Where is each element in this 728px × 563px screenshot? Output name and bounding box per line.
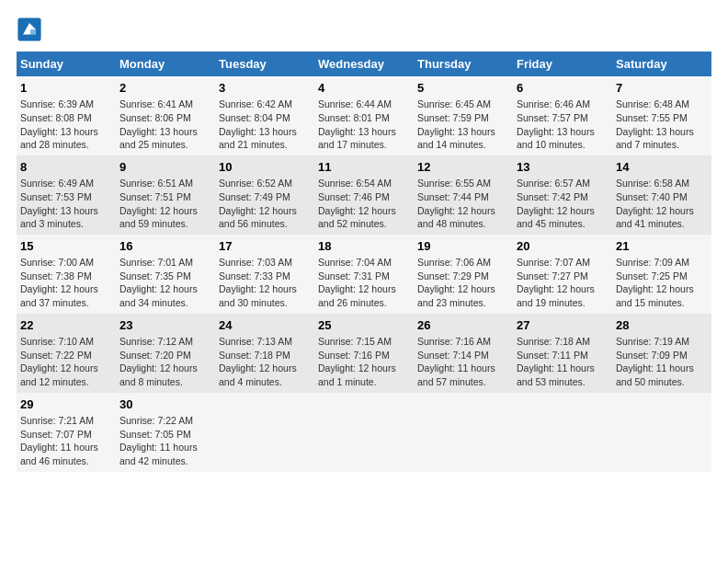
day-info: Sunrise: 6:51 AM Sunset: 7:51 PM Dayligh… <box>119 177 211 231</box>
day-cell: 10Sunrise: 6:52 AM Sunset: 7:49 PM Dayli… <box>215 155 314 235</box>
day-info: Sunrise: 6:52 AM Sunset: 7:49 PM Dayligh… <box>219 177 311 231</box>
day-info: Sunrise: 6:49 AM Sunset: 7:53 PM Dayligh… <box>20 177 112 231</box>
day-number: 9 <box>119 159 211 176</box>
day-info: Sunrise: 7:12 AM Sunset: 7:20 PM Dayligh… <box>119 335 211 389</box>
calendar-body: 1Sunrise: 6:39 AM Sunset: 8:08 PM Daylig… <box>17 76 711 472</box>
day-info: Sunrise: 6:42 AM Sunset: 8:04 PM Dayligh… <box>219 98 311 152</box>
week-row-2: 8Sunrise: 6:49 AM Sunset: 7:53 PM Daylig… <box>17 155 711 235</box>
day-number: 24 <box>219 317 311 334</box>
header-cell-saturday: Saturday <box>612 52 711 76</box>
day-info: Sunrise: 7:07 AM Sunset: 7:27 PM Dayligh… <box>517 256 609 310</box>
day-cell: 12Sunrise: 6:55 AM Sunset: 7:44 PM Dayli… <box>414 155 513 235</box>
calendar-header: SundayMondayTuesdayWednesdayThursdayFrid… <box>17 52 711 76</box>
day-cell <box>513 393 612 472</box>
day-number: 11 <box>318 159 410 176</box>
day-number: 2 <box>119 80 211 97</box>
week-row-1: 1Sunrise: 6:39 AM Sunset: 8:08 PM Daylig… <box>17 76 711 155</box>
day-number: 6 <box>517 80 609 97</box>
day-number: 15 <box>20 238 112 255</box>
day-info: Sunrise: 7:09 AM Sunset: 7:25 PM Dayligh… <box>616 256 708 310</box>
day-number: 14 <box>616 159 708 176</box>
day-info: Sunrise: 7:01 AM Sunset: 7:35 PM Dayligh… <box>119 256 211 310</box>
day-number: 28 <box>616 317 708 334</box>
day-cell: 27Sunrise: 7:18 AM Sunset: 7:11 PM Dayli… <box>513 314 612 393</box>
day-info: Sunrise: 7:03 AM Sunset: 7:33 PM Dayligh… <box>219 256 311 310</box>
day-number: 5 <box>417 80 509 97</box>
day-cell: 26Sunrise: 7:16 AM Sunset: 7:14 PM Dayli… <box>414 314 513 393</box>
day-number: 25 <box>318 317 410 334</box>
day-info: Sunrise: 7:15 AM Sunset: 7:16 PM Dayligh… <box>318 335 410 389</box>
day-info: Sunrise: 7:13 AM Sunset: 7:18 PM Dayligh… <box>219 335 311 389</box>
day-cell: 1Sunrise: 6:39 AM Sunset: 8:08 PM Daylig… <box>17 76 116 155</box>
day-info: Sunrise: 7:00 AM Sunset: 7:38 PM Dayligh… <box>20 256 112 310</box>
header-cell-thursday: Thursday <box>414 52 513 76</box>
day-number: 22 <box>20 317 112 334</box>
day-info: Sunrise: 7:18 AM Sunset: 7:11 PM Dayligh… <box>517 335 609 389</box>
day-number: 17 <box>219 238 311 255</box>
day-number: 23 <box>119 317 211 334</box>
day-info: Sunrise: 6:48 AM Sunset: 7:55 PM Dayligh… <box>616 98 708 152</box>
day-cell: 14Sunrise: 6:58 AM Sunset: 7:40 PM Dayli… <box>612 155 711 235</box>
day-cell: 25Sunrise: 7:15 AM Sunset: 7:16 PM Dayli… <box>314 314 414 393</box>
day-cell <box>414 393 513 472</box>
day-cell <box>215 393 314 472</box>
day-cell: 18Sunrise: 7:04 AM Sunset: 7:31 PM Dayli… <box>314 235 414 314</box>
header <box>17 17 711 42</box>
header-cell-monday: Monday <box>116 52 215 76</box>
day-number: 10 <box>219 159 311 176</box>
day-info: Sunrise: 7:04 AM Sunset: 7:31 PM Dayligh… <box>318 256 410 310</box>
day-cell <box>612 393 711 472</box>
header-cell-friday: Friday <box>513 52 612 76</box>
day-info: Sunrise: 7:22 AM Sunset: 7:05 PM Dayligh… <box>119 414 211 468</box>
header-cell-sunday: Sunday <box>17 52 116 76</box>
day-number: 1 <box>20 80 112 97</box>
week-row-5: 29Sunrise: 7:21 AM Sunset: 7:07 PM Dayli… <box>17 393 711 472</box>
day-number: 8 <box>20 159 112 176</box>
day-info: Sunrise: 6:39 AM Sunset: 8:08 PM Dayligh… <box>20 98 112 152</box>
day-cell: 21Sunrise: 7:09 AM Sunset: 7:25 PM Dayli… <box>612 235 711 314</box>
week-row-4: 22Sunrise: 7:10 AM Sunset: 7:22 PM Dayli… <box>17 314 711 393</box>
main-container: SundayMondayTuesdayWednesdayThursdayFrid… <box>0 0 728 481</box>
day-info: Sunrise: 7:06 AM Sunset: 7:29 PM Dayligh… <box>417 256 509 310</box>
day-info: Sunrise: 7:21 AM Sunset: 7:07 PM Dayligh… <box>20 414 112 468</box>
day-cell: 29Sunrise: 7:21 AM Sunset: 7:07 PM Dayli… <box>17 393 116 472</box>
day-number: 13 <box>517 159 609 176</box>
day-info: Sunrise: 6:55 AM Sunset: 7:44 PM Dayligh… <box>417 177 509 231</box>
calendar-table: SundayMondayTuesdayWednesdayThursdayFrid… <box>17 52 711 472</box>
day-info: Sunrise: 7:19 AM Sunset: 7:09 PM Dayligh… <box>616 335 708 389</box>
day-cell: 28Sunrise: 7:19 AM Sunset: 7:09 PM Dayli… <box>612 314 711 393</box>
svg-marker-2 <box>30 29 36 35</box>
day-cell: 11Sunrise: 6:54 AM Sunset: 7:46 PM Dayli… <box>314 155 414 235</box>
day-info: Sunrise: 6:44 AM Sunset: 8:01 PM Dayligh… <box>318 98 410 152</box>
day-cell: 23Sunrise: 7:12 AM Sunset: 7:20 PM Dayli… <box>116 314 215 393</box>
day-cell: 17Sunrise: 7:03 AM Sunset: 7:33 PM Dayli… <box>215 235 314 314</box>
week-row-3: 15Sunrise: 7:00 AM Sunset: 7:38 PM Dayli… <box>17 235 711 314</box>
logo-icon <box>17 17 42 42</box>
day-info: Sunrise: 7:10 AM Sunset: 7:22 PM Dayligh… <box>20 335 112 389</box>
day-cell <box>314 393 414 472</box>
day-number: 7 <box>616 80 708 97</box>
day-number: 3 <box>219 80 311 97</box>
day-number: 21 <box>616 238 708 255</box>
day-number: 20 <box>517 238 609 255</box>
day-cell: 13Sunrise: 6:57 AM Sunset: 7:42 PM Dayli… <box>513 155 612 235</box>
day-cell: 2Sunrise: 6:41 AM Sunset: 8:06 PM Daylig… <box>116 76 215 155</box>
day-number: 30 <box>119 396 211 413</box>
header-row: SundayMondayTuesdayWednesdayThursdayFrid… <box>17 52 711 76</box>
header-cell-tuesday: Tuesday <box>215 52 314 76</box>
day-number: 18 <box>318 238 410 255</box>
day-cell: 24Sunrise: 7:13 AM Sunset: 7:18 PM Dayli… <box>215 314 314 393</box>
day-info: Sunrise: 6:41 AM Sunset: 8:06 PM Dayligh… <box>119 98 211 152</box>
day-info: Sunrise: 6:54 AM Sunset: 7:46 PM Dayligh… <box>318 177 410 231</box>
day-cell: 3Sunrise: 6:42 AM Sunset: 8:04 PM Daylig… <box>215 76 314 155</box>
day-cell: 22Sunrise: 7:10 AM Sunset: 7:22 PM Dayli… <box>17 314 116 393</box>
day-cell: 9Sunrise: 6:51 AM Sunset: 7:51 PM Daylig… <box>116 155 215 235</box>
day-number: 29 <box>20 396 112 413</box>
header-cell-wednesday: Wednesday <box>314 52 414 76</box>
day-cell: 5Sunrise: 6:45 AM Sunset: 7:59 PM Daylig… <box>414 76 513 155</box>
day-number: 16 <box>119 238 211 255</box>
day-info: Sunrise: 6:45 AM Sunset: 7:59 PM Dayligh… <box>417 98 509 152</box>
day-cell: 15Sunrise: 7:00 AM Sunset: 7:38 PM Dayli… <box>17 235 116 314</box>
day-number: 27 <box>517 317 609 334</box>
day-cell: 16Sunrise: 7:01 AM Sunset: 7:35 PM Dayli… <box>116 235 215 314</box>
